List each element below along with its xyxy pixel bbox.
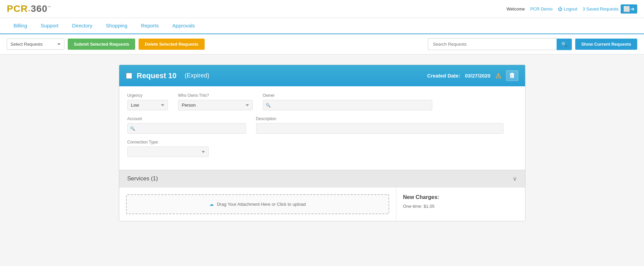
attachment-dropzone[interactable]: ☁ Drag Your Attachment Here or Click to …: [126, 194, 389, 214]
logo: PCR•360™: [7, 3, 51, 14]
services-chevron-icon: ∨: [513, 175, 517, 182]
created-date-label: Created Date:: [427, 73, 460, 79]
request-header: Request 10 (Expired) Created Date: 03/27…: [119, 65, 525, 86]
created-date-value: 03/27/2020: [465, 73, 490, 79]
main-content: Request 10 (Expired) Created Date: 03/27…: [0, 54, 644, 231]
connection-type-group: Connection Type:: [127, 140, 209, 157]
description-group: Description: [256, 116, 503, 134]
form-row-1: Urgency Low Medium High Who Owns This? P…: [127, 93, 517, 110]
who-owns-select[interactable]: Person Department Cost Center: [178, 100, 253, 110]
attachment-area: ☁ Drag Your Attachment Here or Click to …: [119, 187, 396, 221]
saved-requests-label: 3 Saved Requests: [583, 6, 619, 12]
power-icon: ⏻: [558, 6, 562, 12]
drag-label: Drag Your Attachment Here or Click to up…: [217, 202, 306, 207]
charges-onetime: One-time: $1.05: [403, 204, 518, 209]
form-row-2: Account 🔍 Description: [127, 116, 517, 134]
who-owns-label: Who Owns This?: [178, 93, 253, 98]
warning-icon: ⚠: [495, 72, 501, 80]
bottom-area: ☁ Drag Your Attachment Here or Click to …: [119, 187, 525, 221]
account-label: Account: [127, 116, 246, 121]
owner-input-wrapper: 🔍: [263, 100, 432, 110]
nav-item-reports[interactable]: Reports: [134, 18, 166, 34]
account-input[interactable]: [127, 123, 246, 134]
saved-requests-link[interactable]: 3 Saved Requests ⬜➜: [583, 4, 637, 14]
description-label: Description: [256, 116, 503, 121]
header: PCR•360™ Welcome PCR Demo ⏻ Logout 3 Sav…: [0, 0, 644, 18]
owner-group: Owner 🔍: [263, 93, 432, 110]
account-group: Account 🔍: [127, 116, 246, 134]
owner-label: Owner: [263, 93, 432, 98]
header-right: Welcome PCR Demo ⏻ Logout 3 Saved Reques…: [506, 4, 637, 14]
logo-tm: ™: [47, 5, 51, 9]
logo-dot: •: [28, 9, 30, 13]
toolbar: Select Requests Select All Deselect All …: [0, 34, 644, 54]
request-checkbox[interactable]: [126, 73, 132, 79]
urgency-label: Urgency: [127, 93, 168, 98]
logo-text: PCR•360™: [7, 3, 51, 14]
nav-item-directory[interactable]: Directory: [65, 18, 99, 34]
nav-item-billing[interactable]: Billing: [7, 18, 34, 34]
request-status: (Expired): [185, 72, 209, 79]
welcome-label: Welcome: [506, 6, 525, 12]
urgency-group: Urgency Low Medium High: [127, 93, 168, 110]
account-search-icon: 🔍: [130, 126, 135, 131]
urgency-select[interactable]: Low Medium High: [127, 100, 168, 110]
request-title: Request 10: [137, 71, 176, 80]
connection-type-label: Connection Type:: [127, 140, 209, 145]
services-title: Services (1): [127, 175, 158, 182]
username-link[interactable]: PCR Demo: [530, 6, 553, 12]
services-section[interactable]: Services (1) ∨: [119, 170, 525, 187]
delete-request-button[interactable]: 🗑: [506, 70, 518, 81]
logout-label: Logout: [564, 6, 577, 12]
delete-selected-button[interactable]: Delete Selected Requests: [139, 39, 204, 50]
who-owns-group: Who Owns This? Person Department Cost Ce…: [178, 93, 253, 110]
show-current-button[interactable]: Show Current Requests: [575, 39, 637, 50]
owner-search-icon: 🔍: [266, 103, 271, 108]
request-card: Request 10 (Expired) Created Date: 03/27…: [119, 65, 525, 221]
form-row-3: Connection Type:: [127, 140, 517, 157]
saved-requests-icon: ⬜➜: [621, 4, 637, 14]
logout-link[interactable]: ⏻ Logout: [558, 6, 577, 12]
charges-title: New Charges:: [403, 194, 518, 200]
request-header-left: Request 10 (Expired): [126, 71, 209, 80]
search-icon: 🔍: [561, 42, 567, 47]
search-button[interactable]: 🔍: [557, 39, 572, 50]
upload-icon: ☁: [209, 202, 214, 207]
account-input-wrapper: 🔍: [127, 123, 246, 134]
logo-pcr: PCR: [7, 3, 28, 14]
submit-selected-button[interactable]: Submit Selected Requests: [68, 39, 135, 50]
logo-360: 360: [31, 3, 48, 14]
request-body: Urgency Low Medium High Who Owns This? P…: [119, 86, 525, 170]
nav-item-support[interactable]: Support: [34, 18, 65, 34]
select-requests-dropdown[interactable]: Select Requests Select All Deselect All: [7, 39, 64, 50]
charges-area: New Charges: One-time: $1.05: [396, 187, 525, 221]
nav-item-approvals[interactable]: Approvals: [166, 18, 202, 34]
request-header-right: Created Date: 03/27/2020 ⚠ 🗑: [427, 70, 518, 81]
nav-item-shopping[interactable]: Shopping: [99, 18, 134, 34]
search-input[interactable]: [428, 38, 557, 50]
main-nav: Billing Support Directory Shopping Repor…: [0, 18, 644, 34]
connection-type-select[interactable]: [127, 147, 209, 157]
description-input[interactable]: [256, 123, 503, 134]
search-area: 🔍 Show Current Requests: [428, 38, 637, 50]
owner-input[interactable]: [263, 100, 432, 110]
